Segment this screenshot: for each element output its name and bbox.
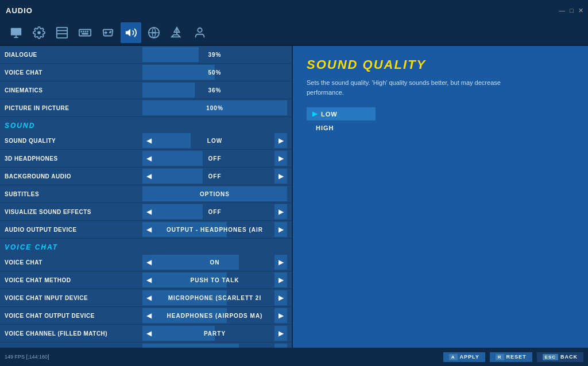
slider-control: 39% [142,47,287,62]
slider-value-box[interactable]: 50% [142,65,287,80]
arrow-right-btn[interactable]: ▶ [274,169,287,184]
value-box: OFF [155,169,274,184]
nav-user-icon[interactable] [189,22,210,43]
arrow-right-btn[interactable]: ▶ [274,255,287,270]
close-btn[interactable]: ✕ [578,7,583,14]
key-badge: A [449,354,458,360]
maximize-btn[interactable]: □ [570,7,574,14]
arrow-left-btn[interactable]: ◀ [142,272,155,287]
slider-label: DIALOGUE [5,52,142,58]
title-bar: AUDIO — □ ✕ [0,0,588,21]
detail-option-item[interactable]: HIGH [307,122,376,134]
setting-value: OFF [208,209,222,215]
setting-control: ◀ PARTY ▶ [142,326,287,341]
setting-control: ◀ LOW ▶ [142,133,287,148]
arrow-right-btn[interactable]: ▶ [274,204,287,219]
setting-control: ◀ HEADPHONES (AIRPODS MA) ▶ [142,308,287,323]
bottom-reset-button[interactable]: RRESET [490,352,532,362]
setting-label: VOICE CHAT [5,259,142,266]
slider-value-box[interactable]: 39% [142,47,287,62]
value-box: LOW [155,133,274,148]
bottom-buttons: AAPPLYRRESETESCBACK [443,352,583,362]
bottom-back-button[interactable]: ESCBACK [537,352,583,362]
arrow-left-btn[interactable]: ◀ [142,204,155,219]
sound-setting-row: SUBTITLES OPTIONS [0,185,292,203]
value-box: ON [155,255,274,270]
slider-value: 39% [208,52,221,58]
setting-value: ON [210,259,220,266]
left-panel: DIALOGUE 39% VOICE CHAT 50% CINEMATICS 3… [0,46,293,348]
value-box: PARTY [155,326,274,341]
arrow-left-btn[interactable]: ◀ [142,169,155,184]
sound-setting-row: BACKGROUND AUDIO ◀ OFF ▶ [0,168,292,185]
bottom-apply-button[interactable]: AAPPLY [443,352,485,362]
nav-display-icon[interactable] [52,22,72,43]
detail-option-item[interactable]: ▶LOW [307,107,376,120]
detail-title: SOUND QUALITY [307,57,574,72]
sound-setting-row: VISUALIZE SOUND EFFECTS ◀ OFF ▶ [0,203,292,221]
setting-value: HEADPHONES (AIRPODS MA) [167,313,263,319]
arrow-right-btn[interactable]: ▶ [274,344,287,348]
setting-control: ◀ OFF ▶ [142,151,287,166]
setting-control: OPTIONS [142,186,287,201]
voice-section-header: VOICE CHAT [0,239,292,254]
arrow-left-btn[interactable]: ◀ [142,344,155,348]
fps-display: 149 FPS [;144:160] [5,354,49,360]
setting-label: SOUND QUALITY [5,138,142,144]
nav-controller-icon[interactable] [167,22,187,43]
setting-control: ◀ OUTPUT - HEADPHONES (AIR ▶ [142,222,287,237]
arrow-right-btn[interactable]: ▶ [274,326,287,341]
setting-label: VOICE CHAT INPUT DEVICE [5,295,142,301]
nav-gamepad-icon[interactable] [98,22,118,43]
window-controls[interactable]: — □ ✕ [559,7,583,14]
nav-keyboard-icon[interactable] [75,22,95,43]
nav-network-icon[interactable] [144,22,164,43]
slider-value-box[interactable]: 100% [142,100,287,115]
slider-row: PICTURE IN PICTURE 100% [0,99,292,117]
sound-setting-row: 3D HEADPHONES ◀ OFF ▶ [0,150,292,168]
arrow-right-btn[interactable]: ▶ [274,290,287,305]
voice-setting-row: VOICE CHAT INPUT DEVICE ◀ MICROPHONE (SC… [0,289,292,307]
minimize-btn[interactable]: — [559,7,565,14]
key-badge: ESC [543,354,558,360]
setting-label: VOICE CHAT METHOD [5,277,142,283]
setting-label: SUBTITLES [5,191,142,197]
svg-rect-6 [79,30,91,36]
nav-audio-icon[interactable] [121,22,141,43]
sound-setting-row: SOUND QUALITY ◀ LOW ▶ [0,132,292,150]
voice-setting-row: VOICE CHAT METHOD ◀ PUSH TO TALK ▶ [0,271,292,289]
voice-settings-group: VOICE CHAT ◀ ON ▶ VOICE CHAT METHOD ◀ PU… [0,254,292,348]
nav-monitor-icon[interactable] [6,22,26,43]
options-button[interactable]: OPTIONS [142,186,287,201]
detail-option-list: ▶LOWHIGH [307,107,574,134]
arrow-right-btn[interactable]: ▶ [274,308,287,323]
arrow-right-btn[interactable]: ▶ [274,151,287,166]
arrow-left-btn[interactable]: ◀ [142,151,155,166]
setting-value: OFF [208,173,222,180]
slider-value-box[interactable]: 36% [142,83,287,98]
arrow-right-btn[interactable]: ▶ [274,222,287,237]
arrow-left-btn[interactable]: ◀ [142,326,155,341]
slider-row: CINEMATICS 36% [0,81,292,99]
top-sliders-group: DIALOGUE 39% VOICE CHAT 50% CINEMATICS 3… [0,46,292,117]
arrow-left-btn[interactable]: ◀ [142,222,155,237]
slider-control: 36% [142,83,287,98]
setting-control: ◀ MICROPHONE (SCARLETT 2I ▶ [142,290,287,305]
slider-value: 36% [208,87,221,94]
slider-label: PICTURE IN PICTURE [5,105,142,111]
arrow-left-btn[interactable]: ◀ [142,290,155,305]
slider-label: CINEMATICS [5,87,142,94]
arrow-right-btn[interactable]: ▶ [274,133,287,148]
key-badge: R [496,354,504,360]
arrow-left-btn[interactable]: ◀ [142,255,155,270]
sound-section-header: SOUND [0,117,292,132]
arrow-left-btn[interactable]: ◀ [142,133,155,148]
setting-value: MICROPHONE (SCARLETT 2I [168,295,261,301]
arrow-right-btn[interactable]: ▶ [274,272,287,287]
sound-setting-row: AUDIO OUTPUT DEVICE ◀ OUTPUT - HEADPHONE… [0,221,292,239]
setting-value: LOW [207,138,222,144]
arrow-left-btn[interactable]: ◀ [142,308,155,323]
voice-setting-row: VOICE CHAT ◀ ON ▶ [0,254,292,271]
slider-control: 50% [142,65,287,80]
nav-gear-icon[interactable] [29,22,49,43]
